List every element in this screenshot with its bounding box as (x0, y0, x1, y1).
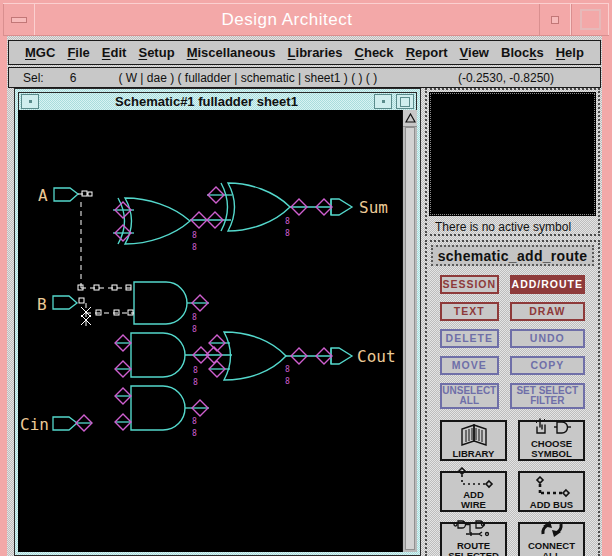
main-window-title: Design Architect (35, 4, 539, 35)
minimize-icon (382, 100, 385, 103)
xor2-gate[interactable] (221, 183, 290, 231)
window-menu-button[interactable] (3, 4, 35, 35)
svg-text:8: 8 (193, 378, 198, 387)
and2-gate[interactable] (131, 333, 185, 377)
schematic-canvas[interactable]: 8 8 8 8 8 8 8 8 8 8 8 8 (18, 110, 402, 552)
port-labels: A B Cin Sum Cout (20, 186, 396, 434)
library-icon (454, 422, 494, 449)
menu-help[interactable]: Help (556, 45, 584, 60)
window-menu-icon (11, 17, 27, 23)
icon-button-label: LIBRARY (453, 449, 495, 459)
unselect-all-button[interactable]: UNSELECT ALL (440, 383, 499, 409)
cursor-coordinates: (-0.2530, -0.8250) (458, 71, 554, 85)
add-route-button[interactable]: ADD/ROUTE (510, 275, 585, 294)
minimize-icon (551, 16, 559, 24)
maximize-icon (400, 97, 410, 107)
port-sum[interactable] (331, 199, 352, 215)
and1-gate[interactable] (134, 282, 187, 324)
svg-text:8: 8 (192, 243, 197, 252)
main-titlebar[interactable]: Design Architect (3, 3, 609, 36)
svg-text:8: 8 (192, 231, 197, 240)
selected-nets[interactable] (78, 191, 134, 326)
port-cin[interactable] (53, 417, 77, 430)
menu-view[interactable]: View (460, 45, 489, 60)
vertical-scrollbar[interactable] (402, 110, 417, 552)
icon-button-label: ADD BUS (530, 500, 573, 510)
add-bus-icon (531, 475, 573, 500)
connect-all-button[interactable]: CONNECT ALL (518, 522, 585, 556)
icon-button-label: ADD WIRE (461, 490, 486, 509)
menu-check[interactable]: Check (355, 45, 394, 60)
status-bar: Sel: 6 ( W | dae ) ( fulladder | schemat… (8, 67, 601, 88)
copy-button[interactable]: COPY (510, 356, 585, 375)
selection-count-value: 6 (70, 71, 77, 85)
scroll-up-button[interactable] (403, 110, 417, 127)
active-symbol-panel: There is no active symbol (425, 88, 600, 236)
choose-symbol-button[interactable]: CHOOSE SYMBOL (518, 420, 585, 461)
svg-text:8: 8 (192, 313, 197, 322)
stub-wires (77, 195, 331, 423)
context-path: ( W | dae ) ( fulladder | schematic | sh… (118, 71, 377, 85)
schematic-minimize-button[interactable] (374, 94, 392, 109)
text-button[interactable]: TEXT (440, 302, 499, 321)
and3-gate[interactable] (131, 386, 185, 430)
label-a: A (38, 186, 48, 205)
net-glyphs: 8 8 8 8 8 8 8 8 8 8 8 8 (192, 217, 290, 438)
svg-text:8: 8 (192, 417, 197, 426)
svg-text:8: 8 (285, 229, 290, 238)
workarea: MGCFileEditSetupMiscellaneousLibrariesCh… (7, 36, 602, 556)
label-cout: Cout (357, 347, 396, 366)
route-selected-button[interactable]: ROUTE SELECTED (440, 522, 507, 556)
menu-file[interactable]: File (67, 45, 89, 60)
add-wire-button[interactable]: ADD WIRE (440, 471, 507, 512)
palette-panel: schematic_add_route SESSIONADD/ROUTETEXT… (425, 240, 600, 556)
label-b: B (37, 295, 47, 314)
menu-setup[interactable]: Setup (138, 45, 174, 60)
label-cin: Cin (20, 415, 49, 434)
up-arrow-icon (405, 113, 416, 123)
label-sum: Sum (359, 198, 388, 217)
selection-count-label: Sel: (23, 71, 44, 85)
menu-bar: MGCFileEditSetupMiscellaneousLibrariesCh… (8, 40, 601, 65)
scrollbar-thumb[interactable] (405, 127, 415, 550)
undo-button[interactable]: UNDO (510, 329, 585, 348)
port-b[interactable] (53, 296, 77, 309)
svg-text:8: 8 (285, 365, 290, 374)
connection-diamonds (76, 187, 332, 431)
route-selected-icon (452, 517, 496, 542)
svg-text:8: 8 (192, 429, 197, 438)
or-gate[interactable] (224, 332, 286, 380)
menu-mgc[interactable]: MGC (25, 45, 55, 60)
schematic-window-title: Schematic#1 fulladder sheet1 (41, 94, 372, 109)
library-button[interactable]: LIBRARY (440, 420, 507, 461)
port-a[interactable] (54, 188, 78, 201)
schematic-maximize-button[interactable] (396, 94, 414, 109)
xor1-gate[interactable] (118, 198, 190, 244)
svg-text:8: 8 (285, 377, 290, 386)
schematic-window: Schematic#1 fulladder sheet1 (14, 88, 421, 556)
port-cout[interactable] (331, 348, 352, 364)
svg-text:8: 8 (193, 366, 198, 375)
session-button[interactable]: SESSION (440, 275, 499, 294)
window-menu-icon (29, 100, 32, 103)
menu-libraries[interactable]: Libraries (288, 45, 343, 60)
active-symbol-preview (429, 92, 596, 216)
palette-icon-buttons: LIBRARYCHOOSE SYMBOLADD WIREADD BUSROUTE… (427, 409, 598, 556)
menu-report[interactable]: Report (406, 45, 448, 60)
menu-edit[interactable]: Edit (102, 45, 127, 60)
active-symbol-status: There is no active symbol (435, 220, 571, 234)
menu-miscellaneous[interactable]: Miscellaneous (187, 45, 276, 60)
set-select-filter-button[interactable]: SET SELECT FILTER (510, 383, 585, 409)
add-bus-button[interactable]: ADD BUS (518, 471, 585, 512)
svg-text:8: 8 (285, 217, 290, 226)
delete-button[interactable]: DELETE (440, 329, 499, 348)
schematic-window-menu-button[interactable] (21, 94, 39, 109)
maximize-button[interactable] (571, 4, 609, 35)
minimize-button[interactable] (539, 4, 571, 35)
menu-blocks[interactable]: Blocks (501, 45, 544, 60)
move-button[interactable]: MOVE (440, 356, 499, 375)
schematic-content: 8 8 8 8 8 8 8 8 8 8 8 8 (18, 110, 417, 552)
palette-text-buttons: SESSIONADD/ROUTETEXTDRAWDELETEUNDOMOVECO… (427, 266, 598, 409)
schematic-titlebar[interactable]: Schematic#1 fulladder sheet1 (18, 92, 417, 111)
draw-button[interactable]: DRAW (510, 302, 585, 321)
